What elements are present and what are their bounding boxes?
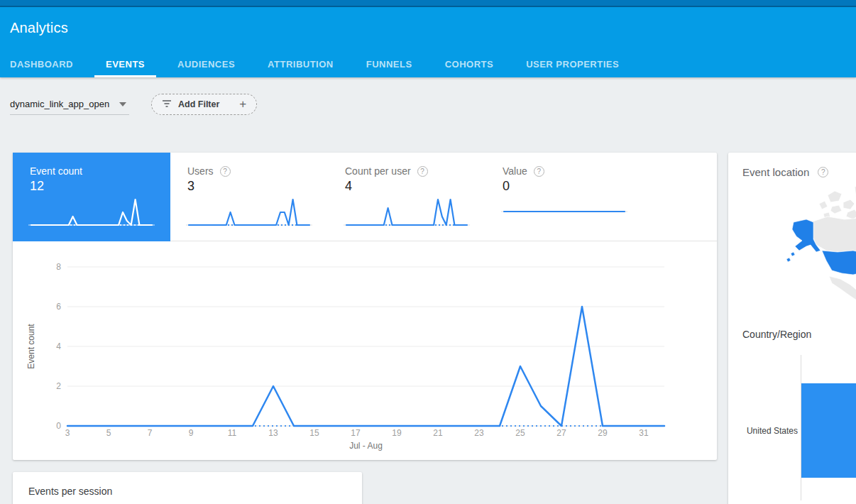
metric-value: 12 — [30, 179, 170, 194]
metric-label: Event count — [30, 165, 82, 177]
svg-text:11: 11 — [228, 428, 237, 438]
metric-sparkline — [186, 192, 312, 229]
metric-value: 4 — [345, 179, 485, 194]
filter-icon — [162, 98, 172, 111]
event-location-title: Event location — [742, 166, 809, 178]
page-title: Analytics — [0, 7, 856, 36]
nav-tabs: DASHBOARD EVENTS AUDIENCES ATTRIBUTION F… — [0, 52, 630, 77]
add-filter-button[interactable]: Add Filter + — [151, 94, 257, 115]
tab-dashboard[interactable]: DASHBOARD — [0, 52, 84, 77]
svg-text:3: 3 — [65, 428, 70, 438]
browser-top-strip — [0, 0, 856, 7]
plus-icon: + — [239, 97, 246, 111]
svg-text:7: 7 — [148, 428, 153, 438]
metric-sparkline — [28, 192, 155, 229]
svg-text:Jul - Aug: Jul - Aug — [349, 441, 383, 451]
metric-tabs: Event count 12 Users ? 3 Count per user … — [13, 153, 717, 241]
metric-tab-count-per-user[interactable]: Count per user ? 4 — [328, 153, 485, 241]
svg-text:Event count: Event count — [26, 324, 36, 369]
tab-funnels[interactable]: FUNNELS — [355, 52, 424, 77]
north-america-map — [785, 185, 856, 303]
svg-text:21: 21 — [433, 428, 443, 438]
svg-text:27: 27 — [556, 428, 566, 438]
metric-tab-event-count[interactable]: Event count 12 — [13, 153, 170, 241]
country-label: United States — [728, 426, 798, 436]
metric-sparkline — [344, 192, 470, 229]
tab-audiences[interactable]: AUDIENCES — [166, 52, 246, 77]
help-icon[interactable]: ? — [220, 166, 231, 177]
metric-tab-users[interactable]: Users ? 3 — [170, 153, 328, 241]
svg-text:25: 25 — [515, 428, 525, 438]
svg-text:15: 15 — [309, 428, 319, 438]
tab-events[interactable]: EVENTS — [94, 52, 156, 77]
event-select-value: dynamic_link_app_open — [10, 99, 109, 109]
svg-text:2: 2 — [56, 381, 61, 391]
svg-text:0: 0 — [56, 421, 61, 431]
metric-label: Count per user — [345, 165, 411, 177]
country-bar[interactable] — [801, 383, 856, 478]
metric-label: Users — [187, 165, 214, 177]
tab-user-properties[interactable]: USER PROPERTIES — [515, 52, 630, 77]
app-header: Analytics DASHBOARD EVENTS AUDIENCES ATT… — [0, 7, 856, 77]
event-location-card: Event location ? — [728, 153, 856, 504]
help-icon[interactable]: ? — [818, 167, 828, 177]
metric-sparkline — [501, 192, 627, 229]
svg-text:4: 4 — [56, 341, 61, 351]
svg-text:9: 9 — [189, 428, 194, 438]
events-overview-card: Event count 12 Users ? 3 Count per user … — [13, 153, 717, 460]
svg-text:17: 17 — [351, 428, 361, 438]
svg-text:5: 5 — [106, 428, 111, 438]
chevron-down-icon — [119, 102, 126, 106]
metric-value: 3 — [187, 179, 328, 194]
svg-text:6: 6 — [56, 302, 61, 312]
country-region-heading: Country/Region — [742, 329, 811, 340]
help-icon[interactable]: ? — [417, 166, 428, 177]
metric-value: 0 — [503, 179, 643, 194]
svg-text:29: 29 — [598, 428, 608, 438]
tab-attribution[interactable]: ATTRIBUTION — [256, 52, 345, 77]
metric-label: Value — [503, 165, 527, 177]
tab-cohorts[interactable]: COHORTS — [434, 52, 505, 77]
add-filter-label: Add Filter — [178, 99, 219, 109]
events-per-session-title: Events per session — [13, 472, 362, 497]
event-select[interactable]: dynamic_link_app_open — [10, 94, 129, 115]
svg-text:19: 19 — [392, 428, 402, 438]
svg-text:23: 23 — [474, 428, 484, 438]
events-per-session-card: Events per session — [13, 472, 362, 504]
help-icon[interactable]: ? — [534, 166, 544, 177]
svg-text:31: 31 — [639, 428, 649, 438]
svg-text:13: 13 — [268, 428, 278, 438]
metric-tab-value[interactable]: Value ? 0 — [485, 153, 643, 241]
filter-bar: dynamic_link_app_open Add Filter + — [10, 94, 257, 115]
main-chart-svg: 0246835791113151719212325272931Event cou… — [13, 241, 717, 460]
svg-text:8: 8 — [56, 262, 61, 272]
